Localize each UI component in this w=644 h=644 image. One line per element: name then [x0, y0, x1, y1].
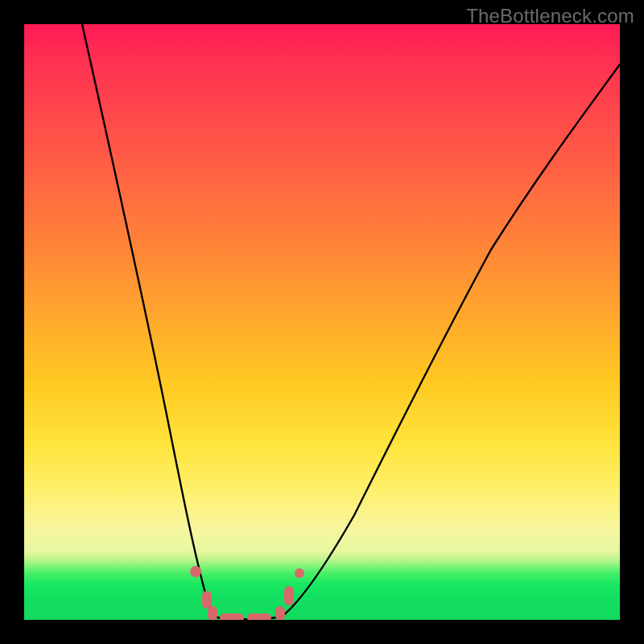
marker-dot: [190, 566, 201, 577]
marker-pill: [284, 586, 294, 605]
marker-dot: [295, 568, 304, 578]
plot-area: [24, 24, 620, 620]
marker-pill: [208, 606, 217, 620]
marker-pill: [202, 591, 212, 609]
right-curve: [282, 64, 620, 617]
marker-pill: [247, 613, 271, 620]
marker-pill: [220, 613, 244, 620]
chart-frame: TheBottleneck.com: [0, 0, 644, 644]
left-curve: [82, 24, 217, 617]
curve-layer: [24, 24, 620, 620]
marker-pill: [275, 606, 285, 620]
